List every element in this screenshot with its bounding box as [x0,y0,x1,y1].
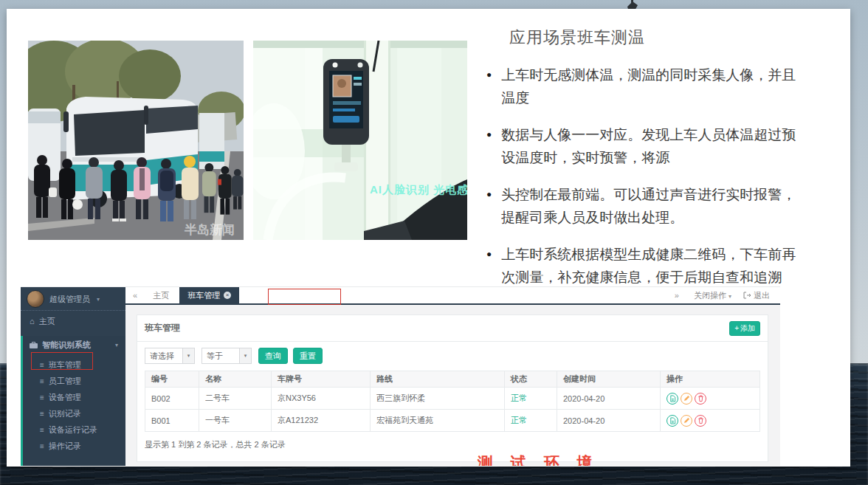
sidebar: 超级管理员 ▾ ⌂主页 智能识别系统 ▾ [21,287,125,466]
sidebar-sub-label: 操作记录 [49,441,81,450]
tab-bus-management[interactable]: 班车管理 × [179,287,239,303]
bullet-item: ● 数据与人像一一对应。发现上车人员体温超过预设温度时，实时预警，将源 [486,123,808,169]
sidebar-home-label: 主页 [39,317,55,326]
menu-lines-icon: ≡ [40,377,44,385]
table-header-row: 编号名称车牌号路线状态创建时间操作 [145,371,760,388]
cell-plate: 京NX3Y56 [272,388,371,410]
select-arrow-icon: ▾ [239,348,251,363]
photo-bus-queue: 半岛新闻 [28,41,244,240]
tab-close-icon[interactable]: × [224,292,231,299]
table-row: B002 二号车 京NX3Y56 西三旗到怀柔 正常 2020-04-20 [145,388,760,410]
avatar [27,290,44,308]
bus-management-panel: 班车管理 +添加 请选择 ▾ 等于 [137,314,768,462]
sidebar-sub-label: 识别记录 [49,409,81,418]
cell-name: 一号车 [199,410,272,432]
bus-table: 编号名称车牌号路线状态创建时间操作 B002 二号车 京NX3Y56 西三旗到怀… [145,371,760,432]
collapse-left-icon[interactable]: « [125,291,145,300]
home-icon: ⌂ [30,317,35,326]
bullet-item: ● 上车时无感测体温，测温的同时采集人像，并且温度 [486,63,808,109]
field-select-value: 请选择 [145,351,182,362]
add-button[interactable]: +添加 [729,321,760,336]
column-header: 状态 [505,371,557,388]
cell-id: B001 [145,410,199,432]
cell-created: 2020-04-20 [557,410,661,432]
operator-select-value: 等于 [202,351,239,362]
bullet-text: 数据与人像一一对应。发现上车人员体温超过预设温度时，实时预警，将源 [501,123,808,169]
photo-overlay-text: AI人脸识别 光电感应 采 [370,183,467,196]
annotation-box-tab [268,289,341,305]
logout-icon [743,292,751,299]
caret-down-icon: ▾ [728,293,731,300]
menu-lines-icon: ≡ [40,410,44,418]
sidebar-section-label: 智能识别系统 [42,340,91,351]
bullet-text: 上车时系统根据模型生成健康二维码，下车前再次测量，补充健康信息，便于后期自查和追… [501,243,808,289]
bullet-icon: ● [486,63,492,109]
panel-title: 班车管理 [145,322,180,334]
sidebar-sub-item[interactable]: ≡员工管理 [23,373,125,389]
column-header: 名称 [199,371,272,388]
sidebar-sub-label: 设备管理 [49,393,81,402]
briefcase-icon [30,341,38,348]
sidebar-sub-item[interactable]: ≡设备运行记录 [23,422,125,438]
user-name: 超级管理员 [49,294,90,305]
menu-lines-icon: ≡ [40,393,44,402]
bullet-text: 上车时无感测体温，测温的同时采集人像，并且温度 [501,63,808,109]
screenshot-stage: 半岛新闻 [0,0,868,485]
filter-row: 请选择 ▾ 等于 ▾ 查询 重置 [145,348,760,364]
tab-home[interactable]: 主页 [145,287,177,303]
edit-button[interactable] [681,393,692,405]
tab-bar: « 主页 班车管理 × » 关闭操作 ▾ 退出 [125,287,780,305]
menu-lines-icon: ≡ [40,426,44,434]
cell-plate: 京A121232 [272,410,371,432]
pagination-summary: 显示第 1 到第 2 条记录，总共 2 条记录 [145,439,760,450]
photo-watermark: 半岛新闻 [184,222,235,237]
field-select[interactable]: 请选择 ▾ [145,348,195,364]
bullet-text: 头控制在最前端。可以通过声音进行实时报警，提醒司乘人员及时做出处理。 [501,183,808,229]
plus-icon: + [734,324,739,332]
bullet-icon: ● [486,243,492,289]
logout-label: 退出 [754,290,770,301]
admin-content: 班车管理 +添加 请选择 ▾ 等于 [125,305,780,466]
view-button[interactable] [666,393,678,405]
add-button-label: 添加 [740,323,755,334]
reset-button[interactable]: 重置 [293,348,323,364]
column-header: 路线 [371,371,505,388]
user-menu[interactable]: 超级管理员 ▾ [21,287,125,311]
caret-down-icon: ▾ [97,296,100,303]
edit-button[interactable] [681,415,692,427]
test-environment-watermark: 测 试 环 境 [478,453,599,466]
bullet-icon: ● [486,183,492,229]
delete-button[interactable] [695,415,706,427]
view-button[interactable] [666,415,678,427]
delete-button[interactable] [695,393,706,405]
sidebar-item-home[interactable]: ⌂主页 [21,314,125,329]
sidebar-nav: ⌂主页 智能识别系统 ▾ ≡班车管理 [21,311,125,466]
sidebar-sub-item[interactable]: ≡识别记录 [23,405,125,422]
close-operations-dropdown[interactable]: 关闭操作 ▾ [689,290,736,301]
search-button[interactable]: 查询 [258,348,288,364]
sidebar-sub-item[interactable]: ≡设备管理 [23,389,125,405]
select-arrow-icon: ▾ [182,348,194,363]
column-header: 操作 [661,371,760,388]
sidebar-sub-item[interactable]: ≡操作记录 [23,438,125,454]
column-header: 创建时间 [557,371,661,388]
sidebar-sub-label: 员工管理 [49,376,81,385]
sidebar-section-recognition[interactable]: 智能识别系统 ▾ [23,336,125,354]
collapse-right-icon[interactable]: » [667,291,686,300]
cell-route: 宏福苑到天通苑 [371,410,505,432]
bullet-item: ● 上车时系统根据模型生成健康二维码，下车前再次测量，补充健康信息，便于后期自查… [486,243,808,289]
bullet-icon: ● [486,123,492,169]
menu-lines-icon: ≡ [40,442,44,450]
cell-id: B002 [145,388,199,410]
annotation-box-sidebar [31,352,93,370]
tab-active-label: 班车管理 [187,287,220,303]
logout-button[interactable]: 退出 [739,290,774,301]
photo-temp-device: AI人脸识别 光电感应 采 [253,41,467,240]
sidebar-sub-label: 设备运行记录 [49,425,97,434]
cell-name: 二号车 [199,388,272,410]
cell-status: 正常 [505,388,557,410]
slide-title: 应用场景班车测温 [509,27,645,49]
operator-select[interactable]: 等于 ▾ [202,348,252,364]
cell-status: 正常 [505,410,557,432]
column-header: 车牌号 [272,371,371,388]
